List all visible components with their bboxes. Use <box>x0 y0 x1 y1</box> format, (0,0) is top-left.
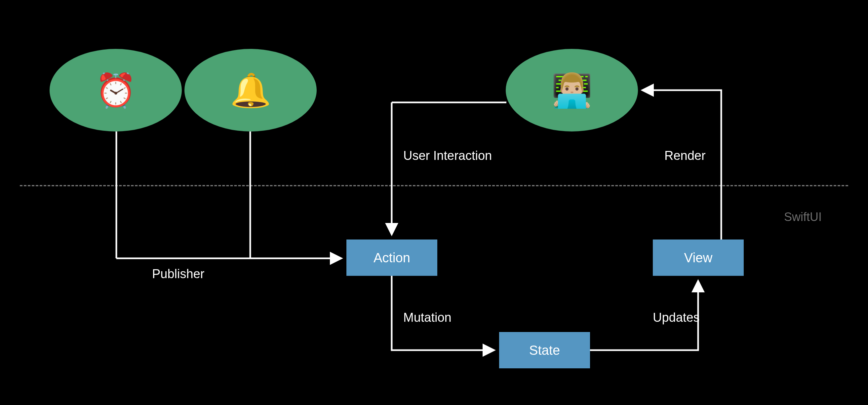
publisher-label: Publisher <box>152 267 204 281</box>
bell-node: 🔔 <box>184 49 317 132</box>
framework-label: SwiftUI <box>784 210 822 224</box>
clock-node: ⏰ <box>50 49 182 132</box>
alarm-clock-icon: ⏰ <box>95 71 136 110</box>
bell-icon: 🔔 <box>230 71 271 110</box>
state-box: State <box>499 332 590 368</box>
view-label: View <box>684 250 713 265</box>
render-label: Render <box>664 149 706 163</box>
action-box: Action <box>346 239 437 276</box>
mutation-label: Mutation <box>403 310 452 325</box>
diagram-canvas: SwiftUI ⏰ 🔔 👨🏼‍💻 Action State View Publi… <box>0 0 868 405</box>
view-box: View <box>653 239 744 276</box>
action-label: Action <box>373 250 410 265</box>
user-interaction-label: User Interaction <box>403 149 492 163</box>
user-laptop-icon: 👨🏼‍💻 <box>551 71 593 110</box>
user-node: 👨🏼‍💻 <box>506 49 638 132</box>
updates-label: Updates <box>653 310 700 325</box>
state-label: State <box>529 343 560 358</box>
separator-line <box>20 185 848 186</box>
